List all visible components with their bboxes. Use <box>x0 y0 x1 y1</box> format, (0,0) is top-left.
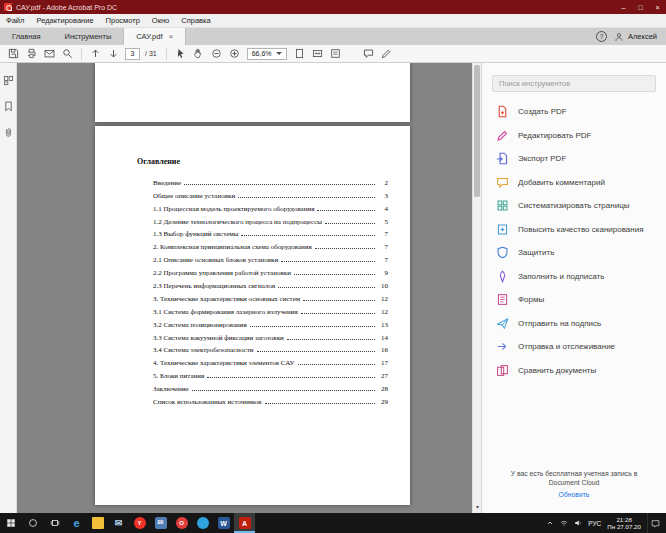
toolbar-separator <box>81 48 82 60</box>
search-button[interactable] <box>59 47 76 61</box>
hand-tool-button[interactable] <box>190 47 207 61</box>
menu-item[interactable]: Файл <box>0 14 30 27</box>
toc-entry[interactable]: 2.2 Программа управления работой установ… <box>153 264 388 277</box>
toc-entry[interactable]: 4. Технические характеристики элементов … <box>153 354 388 367</box>
taskbar-app-button[interactable]: ВК <box>150 513 171 533</box>
tool-label: Сравнить документы <box>518 366 596 375</box>
action-center-button[interactable] <box>647 513 663 533</box>
tool-shortcut[interactable]: Заполнить и подписать <box>492 265 656 289</box>
taskbar-app-button[interactable] <box>192 513 213 533</box>
volume-icon[interactable] <box>574 519 582 527</box>
toc-entry-page: 29 <box>378 398 388 406</box>
toc-entry-label: 1.1 Процессная модель проектируемого обо… <box>153 205 314 213</box>
tools-search-input[interactable] <box>492 75 656 92</box>
toc-entry-page: 7 <box>378 256 388 264</box>
tool-shortcut[interactable]: Сравнить документы <box>492 359 656 383</box>
pdf-page-current: Оглавление Введение 2 Общее описание уст… <box>95 126 410 505</box>
print-button[interactable] <box>23 47 40 61</box>
toc-entry[interactable]: 3.4 Система электробезопасности 16 <box>153 342 388 355</box>
maximize-button[interactable]: □ <box>632 0 649 14</box>
menu-item[interactable]: Редактирование <box>30 14 99 27</box>
page-thumbnails-button[interactable] <box>3 72 14 83</box>
toc-entry[interactable]: 3.3 Система вакуумной фиксации заготовки… <box>153 329 388 342</box>
clock[interactable]: 21:28 Пн 27.07.20 <box>607 516 641 531</box>
cortana-search-button[interactable] <box>22 513 44 533</box>
toc-entry[interactable]: 5. Блоки питания 27 <box>153 367 388 380</box>
tool-shortcut[interactable]: Систематизировать страницы <box>492 194 656 218</box>
fit-width-button[interactable] <box>309 47 326 61</box>
toc-entry[interactable]: 2.3 Перечень информационных сигналов 10 <box>153 277 388 290</box>
toc-entry[interactable]: 1.3 Выбор функций системы 7 <box>153 226 388 239</box>
tool-shortcut[interactable]: Отправить на подпись <box>492 312 656 336</box>
taskbar-app-button[interactable]: ✉ <box>108 513 129 533</box>
toc-entry[interactable]: Список использованных источников 29 <box>153 393 388 406</box>
taskbar-app-button[interactable]: Y <box>129 513 150 533</box>
toc-entry[interactable]: Заключение 28 <box>153 380 388 393</box>
toc-entry[interactable]: 3.1 Система формирования лазерного излуч… <box>153 303 388 316</box>
taskbar-app-button[interactable]: e <box>66 513 87 533</box>
taskbar-app-button[interactable]: W <box>213 513 234 533</box>
tab-close-icon[interactable]: × <box>169 33 174 41</box>
email-button[interactable] <box>41 47 58 61</box>
tab-home[interactable]: Главная <box>0 28 53 45</box>
tool-shortcut[interactable]: Добавить комментарий <box>492 171 656 195</box>
toc-entry-page: 4 <box>378 205 388 213</box>
tool-shortcut[interactable]: Создать PDF <box>492 100 656 124</box>
tool-shortcut[interactable]: Повысить качество сканирования <box>492 218 656 242</box>
tray-chevron-up-icon[interactable] <box>546 519 554 527</box>
wifi-icon[interactable] <box>560 519 568 527</box>
start-button[interactable] <box>0 513 22 533</box>
attachments-button[interactable] <box>3 124 14 135</box>
zoom-out-button[interactable] <box>208 47 225 61</box>
tool-shortcut[interactable]: Защитить <box>492 241 656 265</box>
tool-shortcut[interactable]: Экспорт PDF <box>492 147 656 171</box>
fill-sign-button[interactable] <box>378 47 395 61</box>
select-tool-button[interactable] <box>172 47 189 61</box>
zoom-level-dropdown[interactable]: 66,6% <box>247 48 287 60</box>
language-indicator[interactable]: РУС <box>588 520 601 527</box>
reading-mode-button[interactable] <box>327 47 344 61</box>
bookmarks-button[interactable] <box>3 98 14 109</box>
help-icon[interactable]: ? <box>596 31 607 42</box>
toc-entry[interactable]: 2.1 Описание основных блоков установки 7 <box>153 251 388 264</box>
fit-page-icon <box>294 48 305 59</box>
zoom-in-button[interactable] <box>226 47 243 61</box>
toc-entry-label: 3.3 Система вакуумной фиксации заготовки <box>153 334 284 342</box>
toc-entry[interactable]: Введение 2 <box>153 174 388 187</box>
toc-entry[interactable]: 2. Комплексная принципиальная схема обор… <box>153 238 388 251</box>
toc-dotted-leader <box>317 210 375 211</box>
taskbar-app-button[interactable]: A <box>234 513 255 533</box>
menu-item[interactable]: Окно <box>146 14 175 27</box>
toc-entry[interactable]: 3.2 Система позиционирования 13 <box>153 316 388 329</box>
taskbar-app-button[interactable] <box>87 513 108 533</box>
tool-shortcut[interactable]: Редактировать PDF <box>492 124 656 148</box>
menu-item[interactable]: Справка <box>175 14 216 27</box>
save-button[interactable] <box>5 47 22 61</box>
cursor-icon <box>175 48 186 59</box>
document-viewer[interactable]: Оглавление Введение 2 Общее описание уст… <box>17 63 481 513</box>
upgrade-link[interactable]: Обновить <box>559 490 590 499</box>
minimize-button[interactable]: – <box>615 0 632 14</box>
user-account[interactable]: Алексей <box>614 32 657 42</box>
scrollbar-thumb[interactable] <box>474 65 480 197</box>
menu-item[interactable]: Просмотр <box>100 14 146 27</box>
toc-entry[interactable]: Общее описание установки 3 <box>153 187 388 200</box>
comment-button[interactable] <box>360 47 377 61</box>
previous-page-button[interactable] <box>87 47 104 61</box>
tool-shortcut[interactable]: Отправка и отслеживание <box>492 335 656 359</box>
tab-tools[interactable]: Инструменты <box>53 28 124 45</box>
toc-entry[interactable]: 3. Технические характеристики основных с… <box>153 290 388 303</box>
close-button[interactable]: × <box>649 0 666 14</box>
toc-entry[interactable]: 1.1 Процессная модель проектируемого обо… <box>153 200 388 213</box>
fit-one-page-button[interactable] <box>291 47 308 61</box>
taskbar-app-button[interactable]: O <box>171 513 192 533</box>
tool-shortcut[interactable]: Формы <box>492 288 656 312</box>
vertical-scrollbar[interactable]: ▾ <box>472 63 481 513</box>
task-view-button[interactable] <box>44 513 66 533</box>
toc-entry[interactable]: 1.2 Деление технологического процесса на… <box>153 213 388 226</box>
scroll-down-icon[interactable]: ▾ <box>473 503 481 512</box>
next-page-button[interactable] <box>105 47 122 61</box>
tab-document[interactable]: САУ.pdf × <box>123 28 186 45</box>
page-number-input[interactable]: 3 <box>125 48 140 60</box>
tool-label: Защитить <box>518 248 554 257</box>
